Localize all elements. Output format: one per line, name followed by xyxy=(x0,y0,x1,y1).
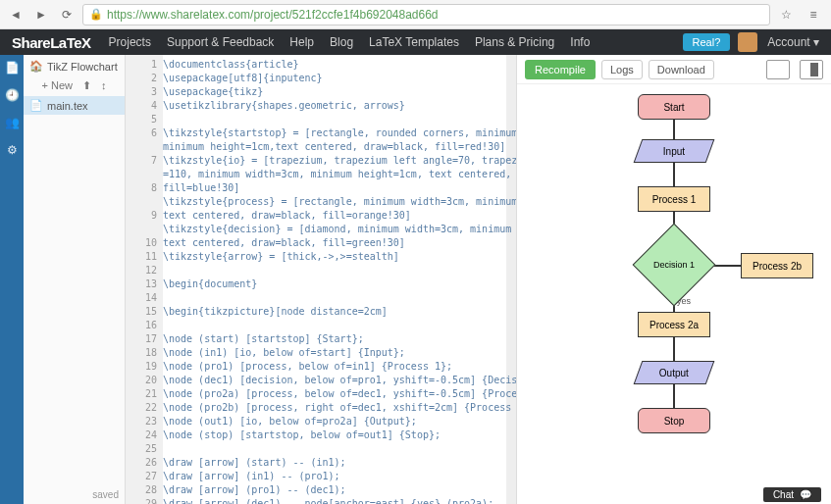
nav-help[interactable]: Help xyxy=(289,35,314,49)
share-icon[interactable]: 👥 xyxy=(5,116,20,129)
folder-icon: 🏠 xyxy=(29,60,43,73)
menu-button[interactable]: ≡ xyxy=(802,4,825,25)
address-bar[interactable]: 🔒 https://www.sharelatex.com/project/521… xyxy=(82,4,770,25)
brand-logo[interactable]: ShareLaTeX xyxy=(12,34,91,51)
layout-split-button[interactable] xyxy=(800,60,823,79)
forward-button[interactable]: ► xyxy=(31,5,51,25)
nav-links: Projects Support & Feedback Help Blog La… xyxy=(109,35,591,49)
saved-status: saved xyxy=(92,489,119,500)
url-text: https://www.sharelatex.com/project/521f2… xyxy=(107,8,439,22)
node-process1: Process 1 xyxy=(638,186,710,212)
recompile-button[interactable]: Recompile xyxy=(525,60,596,79)
chat-button[interactable]: Chat💬 xyxy=(763,487,821,502)
files-icon[interactable]: 📄 xyxy=(5,61,20,75)
chat-icon: 💬 xyxy=(800,489,811,500)
upload-icon[interactable]: ⬆ xyxy=(82,79,91,92)
tool-rail: 📄 🕘 👥 ⚙ xyxy=(0,55,24,504)
nav-plans[interactable]: Plans & Pricing xyxy=(475,35,554,49)
nav-info[interactable]: Info xyxy=(570,35,590,49)
node-stop: Stop xyxy=(638,408,710,433)
browser-chrome: ◄ ► ⟳ 🔒 https://www.sharelatex.com/proje… xyxy=(0,0,831,29)
sidebar-actions: + New ⬆ ↕ xyxy=(24,77,125,96)
node-start: Start xyxy=(638,94,710,120)
nav-support[interactable]: Support & Feedback xyxy=(167,35,274,49)
logs-button[interactable]: Logs xyxy=(601,60,643,79)
reload-button[interactable]: ⟳ xyxy=(57,5,77,25)
download-button[interactable]: Download xyxy=(649,60,714,79)
back-button[interactable]: ◄ xyxy=(6,5,26,25)
node-decision: Decision 1 xyxy=(633,224,716,307)
nav-blog[interactable]: Blog xyxy=(330,35,353,49)
app-topnav: ShareLaTeX Projects Support & Feedback H… xyxy=(0,29,831,55)
editor-code[interactable]: \documentclass{article}\usepackage[utf8]… xyxy=(163,58,516,504)
lock-icon: 🔒 xyxy=(89,8,103,21)
file-icon: 📄 xyxy=(29,99,43,112)
history-icon[interactable]: 🕘 xyxy=(5,88,20,102)
real-button[interactable]: Real? xyxy=(683,33,731,51)
preview-body[interactable]: yes Start Input Process 1 Decision 1 Pro… xyxy=(517,84,831,504)
node-process2b: Process 2b xyxy=(741,253,813,278)
nav-templates[interactable]: LaTeX Templates xyxy=(369,35,459,49)
node-process2a: Process 2a xyxy=(638,312,710,337)
account-menu[interactable]: Account ▾ xyxy=(767,35,819,49)
file-item-main[interactable]: 📄 main.tex xyxy=(24,96,125,115)
node-output: Output xyxy=(634,361,715,384)
main-area: 📄 🕘 👥 ⚙ 🏠 TikZ Flowchart + New ⬆ ↕ 📄 mai… xyxy=(0,55,831,504)
editor-pane[interactable]: 1234567891011121314151617181920212223242… xyxy=(126,55,517,504)
sort-icon[interactable]: ↕ xyxy=(101,79,107,92)
settings-icon[interactable]: ⚙ xyxy=(7,143,18,157)
user-avatar[interactable] xyxy=(738,32,757,52)
layout-single-button[interactable] xyxy=(766,60,790,79)
preview-toolbar: Recompile Logs Download xyxy=(517,55,831,84)
project-title: 🏠 TikZ Flowchart xyxy=(24,55,125,77)
file-sidebar: 🏠 TikZ Flowchart + New ⬆ ↕ 📄 main.tex sa… xyxy=(24,55,126,504)
nav-projects[interactable]: Projects xyxy=(109,35,151,49)
editor-gutter: 1234567891011121314151617181920212223242… xyxy=(126,58,163,504)
star-button[interactable]: ☆ xyxy=(776,5,796,25)
new-button[interactable]: + New xyxy=(42,79,74,92)
preview-pane: Recompile Logs Download yes Start Input … xyxy=(517,55,831,504)
node-input: Input xyxy=(634,139,715,163)
